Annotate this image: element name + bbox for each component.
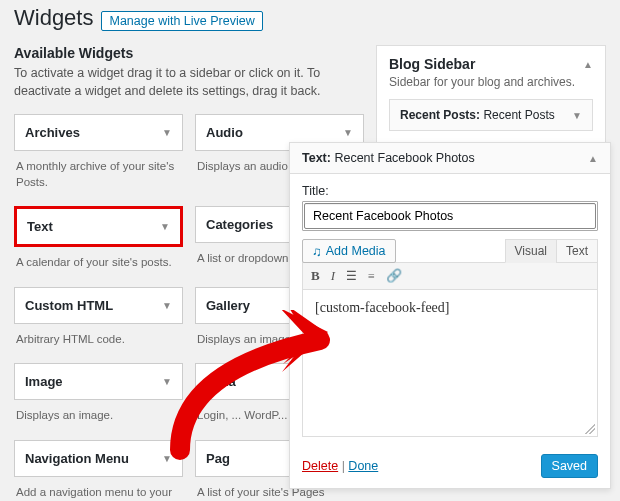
chevron-down-icon: ▼ bbox=[162, 453, 172, 464]
widget-label: Navigation Menu bbox=[25, 451, 129, 466]
bulleted-list-button[interactable]: ☰ bbox=[346, 269, 357, 284]
sidebar-desc: Sidebar for your blog and archives. bbox=[389, 75, 593, 89]
format-toolbar: B I ☰ ≡ 🔗 bbox=[302, 262, 598, 289]
widget-title-input[interactable] bbox=[304, 203, 596, 229]
widget-text[interactable]: Text ▼ bbox=[14, 206, 183, 247]
widget-label: Pag bbox=[206, 451, 230, 466]
chevron-down-icon: ▼ bbox=[343, 127, 353, 138]
sidebar-widget-recent-posts[interactable]: Recent Posts: Recent Posts ▼ bbox=[389, 99, 593, 131]
widget-label: Audio bbox=[206, 125, 243, 140]
chevron-up-icon[interactable]: ▲ bbox=[588, 153, 598, 164]
widget-desc: Displays an image. bbox=[14, 400, 183, 440]
bold-button[interactable]: B bbox=[311, 268, 320, 284]
italic-button[interactable]: I bbox=[331, 268, 335, 284]
widget-label: Meta bbox=[206, 374, 236, 389]
chevron-down-icon: ▼ bbox=[572, 110, 582, 121]
widget-label: Archives bbox=[25, 125, 80, 140]
tab-visual[interactable]: Visual bbox=[505, 239, 557, 263]
widget-desc: Arbitrary HTML code. bbox=[14, 324, 183, 364]
chevron-down-icon: ▼ bbox=[162, 376, 172, 387]
page-title: Widgets bbox=[14, 5, 93, 31]
sidebar-panel: Blog Sidebar ▲ Sidebar for your blog and… bbox=[376, 45, 606, 144]
widget-archives[interactable]: Archives ▼ bbox=[14, 114, 183, 151]
widget-label: Gallery bbox=[206, 298, 250, 313]
sidebar-title: Blog Sidebar bbox=[389, 56, 475, 72]
editor-content[interactable]: [custom-facebook-feed] bbox=[302, 289, 598, 437]
widget-label: Custom HTML bbox=[25, 298, 113, 313]
chevron-down-icon: ▼ bbox=[162, 300, 172, 311]
available-widgets-desc: To activate a widget drag it to a sideba… bbox=[14, 65, 344, 100]
title-label: Title: bbox=[302, 184, 598, 198]
widget-desc: A monthly archive of your site's Posts. bbox=[14, 151, 183, 206]
sidebar-widget-label: Recent Posts: Recent Posts bbox=[400, 108, 555, 122]
widget-custom-html[interactable]: Custom HTML ▼ bbox=[14, 287, 183, 324]
link-button[interactable]: 🔗 bbox=[386, 268, 402, 284]
widget-editor-panel: Text: Recent Facebook Photos ▲ Title: ♫ … bbox=[289, 142, 611, 489]
live-preview-button[interactable]: Manage with Live Preview bbox=[101, 11, 262, 31]
done-link[interactable]: Done bbox=[348, 459, 378, 473]
tab-text[interactable]: Text bbox=[556, 239, 598, 263]
widget-image[interactable]: Image ▼ bbox=[14, 363, 183, 400]
available-widgets-heading: Available Widgets bbox=[14, 45, 364, 61]
chevron-down-icon: ▼ bbox=[160, 221, 170, 232]
widget-label: Categories bbox=[206, 217, 273, 232]
saved-button[interactable]: Saved bbox=[541, 454, 598, 478]
widget-label: Text bbox=[27, 219, 53, 234]
media-icon: ♫ bbox=[312, 245, 322, 258]
resize-handle[interactable] bbox=[585, 424, 595, 434]
widget-label: Image bbox=[25, 374, 63, 389]
widget-navigation-menu[interactable]: Navigation Menu ▼ bbox=[14, 440, 183, 477]
numbered-list-button[interactable]: ≡ bbox=[368, 269, 375, 284]
widget-desc: Add a navigation menu to your sidebar. bbox=[14, 477, 183, 501]
add-media-button[interactable]: ♫ Add Media bbox=[302, 239, 396, 263]
chevron-down-icon: ▼ bbox=[162, 127, 172, 138]
widget-desc: A calendar of your site's posts. bbox=[14, 247, 183, 287]
editor-head-title: Text: Recent Facebook Photos bbox=[302, 151, 475, 165]
delete-link[interactable]: Delete bbox=[302, 459, 338, 473]
chevron-up-icon[interactable]: ▲ bbox=[583, 59, 593, 70]
